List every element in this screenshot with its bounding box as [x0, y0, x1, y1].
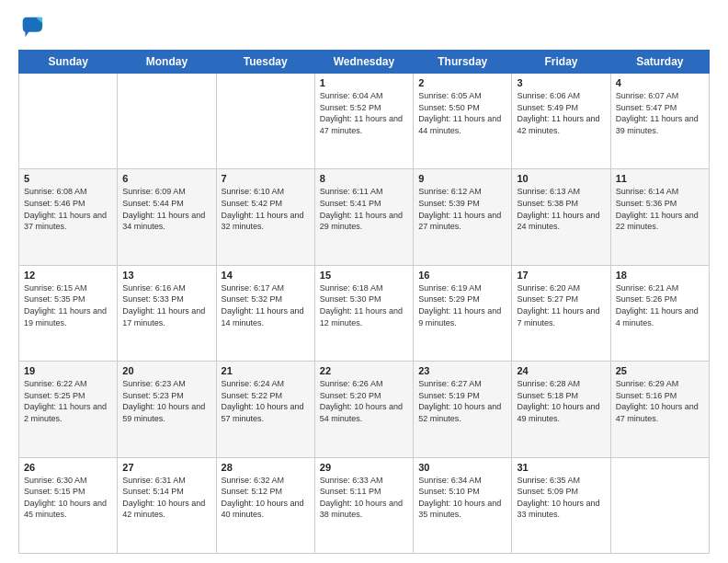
- day-number: 14: [222, 270, 310, 281]
- day-content: Sunrise: 6:15 AM Sunset: 5:35 PM Dayligh…: [24, 282, 112, 328]
- calendar-body: 1Sunrise: 6:04 AM Sunset: 5:52 PM Daylig…: [19, 74, 710, 554]
- day-number: 3: [517, 77, 605, 88]
- day-content: Sunrise: 6:28 AM Sunset: 5:18 PM Dayligh…: [517, 378, 605, 424]
- day-number: 1: [320, 77, 408, 88]
- calendar-cell: 11Sunrise: 6:14 AM Sunset: 5:36 PM Dayli…: [610, 169, 709, 265]
- day-content: Sunrise: 6:23 AM Sunset: 5:23 PM Dayligh…: [122, 378, 210, 424]
- day-number: 25: [616, 365, 704, 376]
- day-number: 30: [418, 462, 506, 473]
- calendar-cell: 23Sunrise: 6:27 AM Sunset: 5:19 PM Dayli…: [414, 362, 512, 457]
- day-number: 12: [24, 270, 112, 281]
- day-number: 27: [122, 462, 210, 473]
- day-number: 11: [616, 173, 704, 184]
- day-content: Sunrise: 6:16 AM Sunset: 5:33 PM Dayligh…: [122, 282, 210, 328]
- day-content: Sunrise: 6:21 AM Sunset: 5:26 PM Dayligh…: [616, 282, 704, 328]
- day-content: Sunrise: 6:05 AM Sunset: 5:50 PM Dayligh…: [418, 90, 506, 136]
- calendar-week-3: 19Sunrise: 6:22 AM Sunset: 5:25 PM Dayli…: [19, 362, 710, 457]
- day-content: Sunrise: 6:18 AM Sunset: 5:30 PM Dayligh…: [320, 282, 408, 328]
- calendar-cell: 1Sunrise: 6:04 AM Sunset: 5:52 PM Daylig…: [314, 74, 413, 169]
- page: SundayMondayTuesdayWednesdayThursdayFrid…: [0, 0, 728, 563]
- day-content: Sunrise: 6:12 AM Sunset: 5:39 PM Dayligh…: [418, 186, 506, 232]
- calendar-cell: [118, 74, 216, 169]
- day-content: Sunrise: 6:35 AM Sunset: 5:09 PM Dayligh…: [517, 475, 605, 521]
- day-number: 15: [320, 270, 408, 281]
- day-content: Sunrise: 6:29 AM Sunset: 5:16 PM Dayligh…: [616, 378, 704, 424]
- calendar-table: SundayMondayTuesdayWednesdayThursdayFrid…: [18, 50, 710, 554]
- day-content: Sunrise: 6:24 AM Sunset: 5:22 PM Dayligh…: [222, 378, 310, 424]
- day-number: 5: [24, 173, 112, 184]
- calendar-cell: 15Sunrise: 6:18 AM Sunset: 5:30 PM Dayli…: [314, 265, 413, 361]
- calendar-cell: 2Sunrise: 6:05 AM Sunset: 5:50 PM Daylig…: [414, 74, 512, 169]
- calendar-cell: 13Sunrise: 6:16 AM Sunset: 5:33 PM Dayli…: [118, 265, 216, 361]
- day-number: 8: [320, 173, 408, 184]
- day-content: Sunrise: 6:34 AM Sunset: 5:10 PM Dayligh…: [418, 475, 506, 521]
- day-number: 31: [517, 462, 605, 473]
- calendar-cell: 5Sunrise: 6:08 AM Sunset: 5:46 PM Daylig…: [19, 169, 118, 265]
- calendar-cell: 26Sunrise: 6:30 AM Sunset: 5:15 PM Dayli…: [19, 457, 118, 553]
- calendar-cell: 30Sunrise: 6:34 AM Sunset: 5:10 PM Dayli…: [414, 457, 512, 553]
- day-number: 17: [517, 270, 605, 281]
- header: [18, 15, 710, 40]
- day-number: 24: [517, 365, 605, 376]
- day-content: Sunrise: 6:04 AM Sunset: 5:52 PM Dayligh…: [320, 90, 408, 136]
- calendar-cell: 31Sunrise: 6:35 AM Sunset: 5:09 PM Dayli…: [512, 457, 610, 553]
- calendar-cell: 20Sunrise: 6:23 AM Sunset: 5:23 PM Dayli…: [118, 362, 216, 457]
- calendar-cell: 6Sunrise: 6:09 AM Sunset: 5:44 PM Daylig…: [118, 169, 216, 265]
- day-number: 19: [24, 365, 112, 376]
- day-content: Sunrise: 6:20 AM Sunset: 5:27 PM Dayligh…: [517, 282, 605, 328]
- day-number: 22: [320, 365, 408, 376]
- calendar-cell: 25Sunrise: 6:29 AM Sunset: 5:16 PM Dayli…: [610, 362, 709, 457]
- calendar-cell: 7Sunrise: 6:10 AM Sunset: 5:42 PM Daylig…: [216, 169, 314, 265]
- calendar-cell: [216, 74, 314, 169]
- calendar-cell: 10Sunrise: 6:13 AM Sunset: 5:38 PM Dayli…: [512, 169, 610, 265]
- day-number: 4: [616, 77, 704, 88]
- day-content: Sunrise: 6:11 AM Sunset: 5:41 PM Dayligh…: [320, 186, 408, 232]
- day-header-sunday: Sunday: [19, 51, 118, 74]
- day-number: 9: [418, 173, 506, 184]
- day-number: 2: [418, 77, 506, 88]
- day-header-wednesday: Wednesday: [314, 51, 413, 74]
- calendar-cell: 3Sunrise: 6:06 AM Sunset: 5:49 PM Daylig…: [512, 74, 610, 169]
- day-number: 23: [418, 365, 506, 376]
- calendar-cell: [19, 74, 118, 169]
- calendar-cell: 29Sunrise: 6:33 AM Sunset: 5:11 PM Dayli…: [314, 457, 413, 553]
- day-header-thursday: Thursday: [414, 51, 512, 74]
- calendar-cell: 12Sunrise: 6:15 AM Sunset: 5:35 PM Dayli…: [19, 265, 118, 361]
- calendar-cell: 18Sunrise: 6:21 AM Sunset: 5:26 PM Dayli…: [610, 265, 709, 361]
- calendar-week-2: 12Sunrise: 6:15 AM Sunset: 5:35 PM Dayli…: [19, 265, 710, 361]
- day-number: 29: [320, 462, 408, 473]
- day-content: Sunrise: 6:07 AM Sunset: 5:47 PM Dayligh…: [616, 90, 704, 136]
- day-content: Sunrise: 6:22 AM Sunset: 5:25 PM Dayligh…: [24, 378, 112, 424]
- calendar-cell: 19Sunrise: 6:22 AM Sunset: 5:25 PM Dayli…: [19, 362, 118, 457]
- calendar-week-0: 1Sunrise: 6:04 AM Sunset: 5:52 PM Daylig…: [19, 74, 710, 169]
- day-number: 28: [222, 462, 310, 473]
- logo: [18, 15, 48, 40]
- day-number: 10: [517, 173, 605, 184]
- day-content: Sunrise: 6:06 AM Sunset: 5:49 PM Dayligh…: [517, 90, 605, 136]
- day-content: Sunrise: 6:13 AM Sunset: 5:38 PM Dayligh…: [517, 186, 605, 232]
- calendar-cell: 9Sunrise: 6:12 AM Sunset: 5:39 PM Daylig…: [414, 169, 512, 265]
- day-header-tuesday: Tuesday: [216, 51, 314, 74]
- calendar-cell: 21Sunrise: 6:24 AM Sunset: 5:22 PM Dayli…: [216, 362, 314, 457]
- day-number: 6: [122, 173, 210, 184]
- day-content: Sunrise: 6:08 AM Sunset: 5:46 PM Dayligh…: [24, 186, 112, 232]
- day-content: Sunrise: 6:31 AM Sunset: 5:14 PM Dayligh…: [122, 475, 210, 521]
- day-number: 18: [616, 270, 704, 281]
- day-content: Sunrise: 6:19 AM Sunset: 5:29 PM Dayligh…: [418, 282, 506, 328]
- day-header-saturday: Saturday: [610, 51, 709, 74]
- day-content: Sunrise: 6:32 AM Sunset: 5:12 PM Dayligh…: [222, 475, 310, 521]
- calendar-cell: 16Sunrise: 6:19 AM Sunset: 5:29 PM Dayli…: [414, 265, 512, 361]
- calendar-week-4: 26Sunrise: 6:30 AM Sunset: 5:15 PM Dayli…: [19, 457, 710, 553]
- day-number: 7: [222, 173, 310, 184]
- day-content: Sunrise: 6:14 AM Sunset: 5:36 PM Dayligh…: [616, 186, 704, 232]
- calendar-cell: 17Sunrise: 6:20 AM Sunset: 5:27 PM Dayli…: [512, 265, 610, 361]
- calendar-cell: 24Sunrise: 6:28 AM Sunset: 5:18 PM Dayli…: [512, 362, 610, 457]
- day-content: Sunrise: 6:26 AM Sunset: 5:20 PM Dayligh…: [320, 378, 408, 424]
- calendar-cell: 22Sunrise: 6:26 AM Sunset: 5:20 PM Dayli…: [314, 362, 413, 457]
- day-content: Sunrise: 6:30 AM Sunset: 5:15 PM Dayligh…: [24, 475, 112, 521]
- calendar-cell: 27Sunrise: 6:31 AM Sunset: 5:14 PM Dayli…: [118, 457, 216, 553]
- day-header-monday: Monday: [118, 51, 216, 74]
- day-content: Sunrise: 6:27 AM Sunset: 5:19 PM Dayligh…: [418, 378, 506, 424]
- calendar-cell: 4Sunrise: 6:07 AM Sunset: 5:47 PM Daylig…: [610, 74, 709, 169]
- calendar-cell: 8Sunrise: 6:11 AM Sunset: 5:41 PM Daylig…: [314, 169, 413, 265]
